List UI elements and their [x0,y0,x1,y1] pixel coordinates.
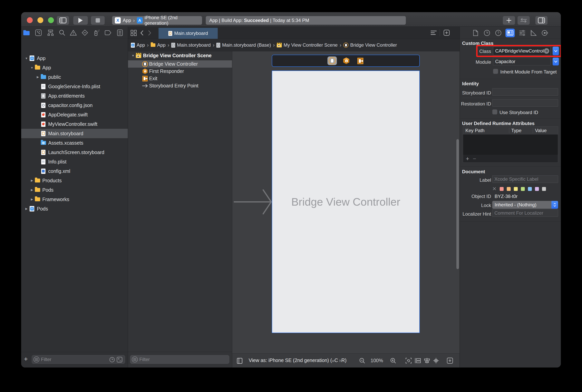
disclosure-open-icon[interactable]: ▼ [29,66,34,70]
forward-chevron-icon[interactable] [148,30,152,36]
outline-row-bridge-view-controller[interactable]: Bridge View Controller [128,60,232,68]
swatch-orange[interactable] [507,187,511,191]
tab-main-storyboard[interactable]: Main.storyboard [158,28,218,39]
module-dropdown-button[interactable] [553,58,559,66]
add-file-button[interactable]: + [24,355,28,363]
column-key-path[interactable]: Key Path [463,128,509,133]
swatch-yellow[interactable] [514,187,518,191]
history-inspector-tab[interactable] [483,28,491,37]
tree-row-myviewcontroller[interactable]: MyViewController.swift [21,119,128,129]
swatch-blue[interactable] [528,187,532,191]
symbol-navigator-tab[interactable] [47,29,54,37]
outline-row-first-responder[interactable]: 1 First Responder [128,68,232,75]
size-inspector-tab[interactable] [529,28,538,37]
recent-files-clock-icon[interactable] [109,357,115,362]
zoom-level-label[interactable]: 100% [371,358,383,364]
related-items-icon[interactable] [130,30,137,36]
navigator-filter-field[interactable]: Filter [32,355,125,364]
tree-row-products[interactable]: ▶ Products [21,176,128,185]
zoom-in-icon[interactable] [390,358,396,364]
swatch-gray[interactable] [542,187,546,191]
close-window-button[interactable] [27,17,33,23]
disclosure-open-icon[interactable]: ▼ [130,54,136,57]
disclosure-closed-icon[interactable]: ▶ [35,75,40,79]
find-navigator-tab[interactable] [58,29,66,37]
resolve-issues-icon[interactable] [447,358,453,364]
tree-row-googleservice-plist[interactable]: GoogleService-Info.plist [21,82,128,91]
lock-popup[interactable]: Inherited - (Nothing) [492,201,558,209]
tree-row-assets[interactable]: Assets.xcassets [21,138,128,148]
zoom-window-button[interactable] [48,17,54,23]
add-editor-icon[interactable] [444,30,450,36]
no-color-button[interactable]: ✕ [492,186,497,192]
breadcrumb-main-storyboard[interactable]: Main.storyboard [171,42,211,48]
run-button[interactable] [73,16,88,25]
disclosure-closed-icon[interactable]: ▶ [24,207,29,210]
toggle-navigator-button[interactable] [57,16,69,25]
tree-row-pods-project[interactable]: ▶ A Pods [21,204,128,214]
tree-row-launchscreen[interactable]: LaunchScreen.storyboard [21,148,128,157]
tree-row-info-plist[interactable]: Info.plist [21,157,128,166]
zoom-out-icon[interactable] [359,358,365,364]
breadcrumb-scene[interactable]: My View Controller Scene [277,42,338,48]
connections-inspector-tab[interactable] [541,28,549,37]
update-frames-icon[interactable] [405,358,412,364]
attributes-inspector-tab[interactable] [518,28,527,37]
column-type[interactable]: Type [509,128,533,133]
file-inspector-tab[interactable] [471,28,480,37]
document-label-field[interactable]: Xcode Specific Label [492,176,558,183]
code-review-button[interactable] [518,16,530,25]
project-navigator-tab[interactable] [22,29,30,37]
embed-in-stack-icon[interactable] [415,358,421,364]
view-controller-view[interactable]: Bridge View Controller [272,70,420,333]
swatch-purple[interactable] [535,187,539,191]
breadcrumb-main-storyboard-base[interactable]: Main.storyboard (Base) [216,42,271,48]
outline-row-entry-point[interactable]: Storyboard Entry Point [128,82,232,90]
tree-row-appdelegate[interactable]: AppDelegate.swift [21,110,128,119]
storyboard-id-field[interactable] [492,88,558,96]
tree-row-entitlements[interactable]: App.entitlements [21,91,128,100]
scheme-selector[interactable]: X App › A iPhone SE (2nd generation) [112,16,202,25]
outline-filter-field[interactable]: Filter [130,355,229,364]
scm-status-filter-icon[interactable] [117,357,122,362]
disclosure-closed-icon[interactable]: ▶ [29,198,34,201]
source-control-navigator-tab[interactable] [34,29,42,37]
report-navigator-tab[interactable] [116,29,124,37]
localizer-hint-field[interactable]: Comment For Localizer [492,209,558,217]
remove-attribute-button[interactable]: − [473,156,476,162]
add-constraints-icon[interactable] [433,358,439,364]
column-value[interactable]: Value [533,128,547,133]
view-as-label[interactable]: View as: iPhone SE (2nd generation) (wC … [249,358,346,363]
library-button[interactable] [503,16,515,25]
toggle-outline-icon[interactable] [237,358,242,364]
minimize-window-button[interactable] [37,17,43,23]
toggle-inspectors-button[interactable] [535,16,548,25]
back-chevron-icon[interactable] [140,30,144,36]
use-storyboard-id-checkbox[interactable] [492,109,497,114]
canvas-vertical-scrollbar[interactable] [456,139,459,269]
tree-row-public[interactable]: ▶ public [21,72,128,82]
disclosure-closed-icon[interactable]: ▶ [29,179,34,182]
disclosure-closed-icon[interactable]: ▶ [29,188,34,192]
breadcrumb-app-group[interactable]: App [151,42,166,48]
tree-row-app-project[interactable]: ▼ A App [21,54,128,63]
add-attribute-button[interactable]: + [466,156,469,162]
stop-button[interactable] [91,16,105,25]
swatch-red[interactable] [500,187,504,191]
identity-inspector-tab[interactable] [505,28,515,37]
tree-row-frameworks[interactable]: ▶ Frameworks [21,195,128,204]
issue-navigator-tab[interactable] [69,29,77,37]
swatch-green[interactable] [521,187,525,191]
breakpoint-navigator-tab[interactable] [104,29,112,37]
quick-help-inspector-tab[interactable]: ? [494,28,503,37]
module-field[interactable]: Capacitor [493,58,551,66]
dock-exit-button[interactable] [357,58,364,64]
restoration-id-field[interactable] [492,99,558,106]
editor-options-icon[interactable] [430,30,437,35]
align-icon[interactable] [424,358,430,364]
tree-row-config-xml[interactable]: config.xml [21,166,128,176]
tree-row-capacitor-config[interactable]: capacitor.config.json [21,100,128,110]
tree-row-app-group[interactable]: ▼ App [21,63,128,72]
inherit-module-checkbox[interactable] [493,69,498,74]
breadcrumb-bridge-view-controller[interactable]: Bridge View Controller [343,42,397,48]
